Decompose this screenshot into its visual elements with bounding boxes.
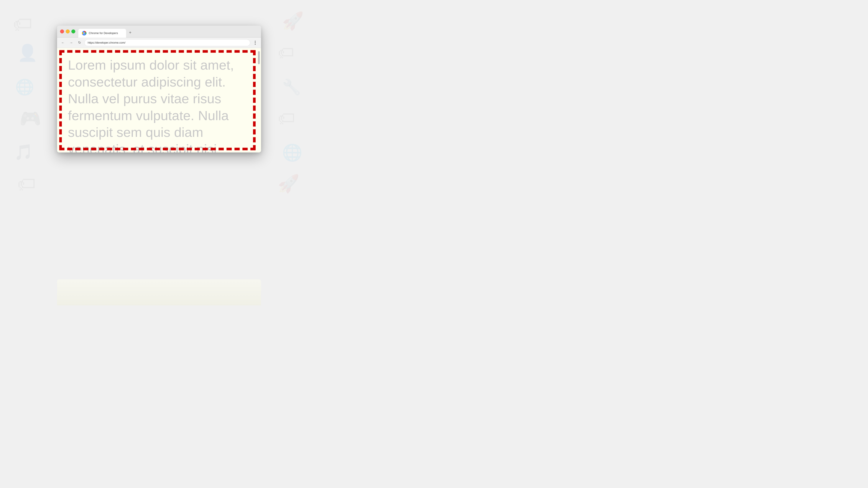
webpage-content: Lorem ipsum dolor sit amet, consectetur …	[57, 48, 261, 153]
menu-button[interactable]	[252, 39, 258, 46]
scroll-indicator-box	[59, 50, 256, 150]
back-icon: ←	[61, 41, 65, 45]
new-tab-button[interactable]: +	[127, 29, 133, 36]
menu-dot-3	[255, 44, 256, 45]
reload-button[interactable]: ↻	[76, 39, 83, 46]
scrollbar[interactable]	[257, 48, 260, 153]
traffic-light-maximize[interactable]	[71, 30, 75, 33]
traffic-light-close[interactable]	[60, 30, 64, 33]
back-button[interactable]: ←	[60, 39, 66, 46]
address-bar[interactable]: https://developer.chrome.com/	[85, 39, 250, 46]
traffic-lights	[60, 30, 75, 33]
chrome-favicon	[82, 30, 87, 36]
tab-area: Chrome for Developers +	[78, 26, 258, 37]
bg-icon-5: 🎵	[14, 143, 33, 161]
scrollbar-thumb[interactable]	[258, 51, 260, 64]
svg-point-3	[84, 32, 85, 34]
bg-icon-9: 🔧	[282, 78, 301, 96]
menu-dot-1	[255, 41, 256, 42]
forward-button[interactable]: →	[68, 39, 74, 46]
menu-dot-2	[255, 42, 256, 43]
bg-icon-8: 🏷	[278, 43, 294, 62]
title-bar: Chrome for Developers +	[57, 26, 261, 37]
tab-title: Chrome for Developers	[89, 31, 118, 35]
bg-icon-4: 🎮	[20, 108, 41, 129]
url-text: https://developer.chrome.com/	[88, 41, 247, 44]
nav-bar: ← → ↻ https://developer.chrome.com/	[57, 37, 261, 48]
bg-icon-10: 🏷	[278, 108, 295, 128]
bg-icon-2: 👤	[18, 43, 38, 62]
browser-tab[interactable]: Chrome for Developers	[78, 29, 126, 37]
browser-window: Chrome for Developers + ← → ↻ https://de…	[57, 26, 261, 153]
traffic-light-minimize[interactable]	[66, 30, 70, 33]
bg-icon-6: 🏷	[18, 173, 36, 195]
bg-icon-7: 🚀	[282, 11, 304, 31]
bg-icon-11: 🌐	[282, 143, 303, 162]
bg-icon-3: 🌐	[15, 78, 34, 96]
forward-icon: →	[69, 41, 73, 45]
bg-icon-12: 🚀	[278, 173, 300, 194]
bg-icon-1: 🏷	[13, 13, 33, 35]
reload-icon: ↻	[78, 40, 81, 45]
